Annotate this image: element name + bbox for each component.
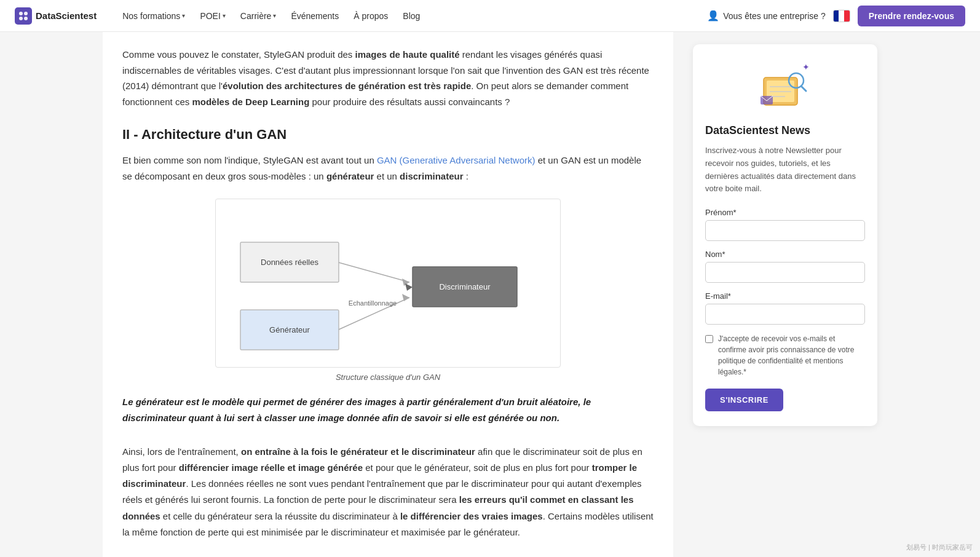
prenom-label: Prénom* [705,208,865,217]
svg-line-11 [339,263,409,282]
svg-text:Discriminateur: Discriminateur [439,282,491,291]
quote-block: Le générateur est le modèle qui permet d… [122,394,654,427]
page-wrapper: Comme vous pouvez le constater, StyleGAN… [90,32,890,557]
gan-link[interactable]: GAN (Generative Adversarial Network) [377,155,535,165]
enterprise-icon: 👤 [707,10,719,22]
consent-group: J'accepte de recevoir vos e-mails et con… [705,333,865,377]
nav-item-apropos[interactable]: À propos [347,7,394,25]
nav-item-evenements[interactable]: Événements [285,7,345,25]
body-paragraph: Ainsi, lors de l'entraînement, on entraî… [122,444,654,541]
svg-point-1 [19,12,23,15]
newsletter-form: Prénom* Nom* E-mail* [705,208,865,411]
sidebar-title: DataScientest News [705,124,865,137]
watermark: 划易号 | 时尚玩家岳可 [906,543,973,552]
svg-marker-16 [405,283,413,291]
newsletter-card: ✦ DataScientest News Inscrivez-vous à no… [693,44,877,426]
email-label: E-mail* [705,291,865,301]
svg-rect-0 [15,7,32,25]
language-flag[interactable] [833,10,850,22]
section-title: II - Architecture d'un GAN [122,127,654,143]
email-group: E-mail* [705,291,865,325]
nav-item-formations[interactable]: Nos formations ▾ [116,7,191,25]
newsletter-illustration: ✦ [705,59,865,114]
navbar: DataScientest Nos formations ▾ POEI ▾ Ca… [0,0,980,32]
prenom-input[interactable] [705,220,865,241]
section-paragraph: Et bien comme son nom l'indique, StyleGA… [122,152,654,184]
chevron-down-icon: ▾ [182,12,185,19]
logo-text: DataScientest [36,10,97,21]
chevron-down-icon: ▾ [273,12,276,19]
svg-text:Générateur: Générateur [269,325,310,334]
flag-blue [834,10,839,22]
flag-red [844,10,850,22]
nav-item-poei[interactable]: POEI ▾ [194,7,231,25]
email-input[interactable] [705,304,865,325]
flag-white [839,10,844,22]
svg-point-2 [24,12,28,15]
enterprise-link[interactable]: 👤 Vous êtes une entreprise ? [707,10,826,22]
prenom-group: Prénom* [705,208,865,241]
sidebar: ✦ DataScientest News Inscrivez-vous à no… [693,32,877,557]
main-nav: Nos formations ▾ POEI ▾ Carrière ▾ Événe… [116,7,707,25]
svg-text:Echantillonnage: Echantillonnage [349,299,397,307]
consent-checkbox[interactable] [705,335,713,343]
navbar-right: 👤 Vous êtes une entreprise ? Prendre ren… [707,6,965,26]
nom-input[interactable] [705,262,865,283]
logo-link[interactable]: DataScientest [15,7,97,25]
nav-item-blog[interactable]: Blog [397,7,426,25]
sidebar-description: Inscrivez-vous à notre Newsletter pour r… [705,144,865,196]
intro-paragraph: Comme vous pouvez le constater, StyleGAN… [122,47,654,109]
main-content: Comme vous pouvez le constater, StyleGAN… [103,32,673,557]
svg-point-4 [24,17,28,20]
diagram-caption: Structure classique d'un GAN [122,373,654,382]
submit-button[interactable]: S'INSCRIRE [705,389,783,411]
nav-item-carriere[interactable]: Carrière ▾ [234,7,283,25]
svg-text:Données réelles: Données réelles [261,258,318,267]
chevron-down-icon: ▾ [223,12,226,19]
logo-icon [15,7,32,25]
svg-point-3 [19,17,23,20]
svg-line-23 [801,86,806,91]
diagram-svg: Données réelles Générateur Discriminateu… [215,199,561,368]
nom-label: Nom* [705,250,865,259]
consent-label: J'accepte de recevoir vos e-mails et con… [718,333,865,377]
svg-text:✦: ✦ [802,62,810,72]
diagram-container: Données réelles Générateur Discriminateu… [122,199,654,368]
cta-button[interactable]: Prendre rendez-vous [858,6,965,26]
newsletter-icon: ✦ [754,59,816,114]
nom-group: Nom* [705,250,865,283]
